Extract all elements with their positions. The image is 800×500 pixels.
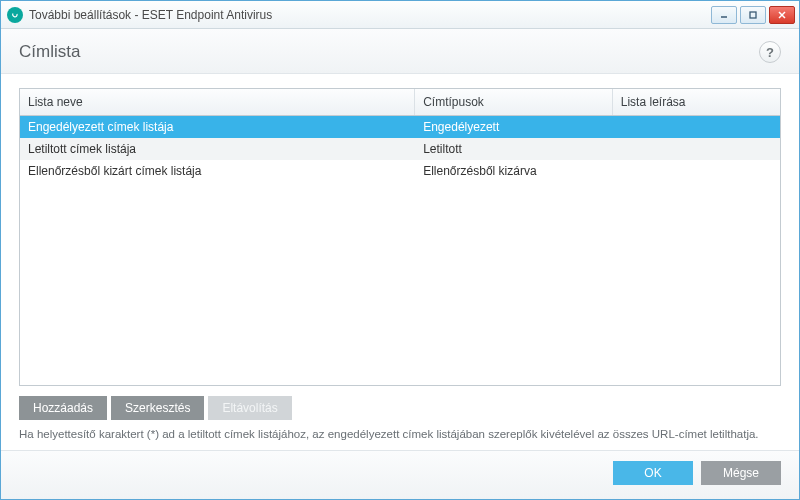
app-logo-icon bbox=[7, 7, 23, 23]
address-list-table: Lista neve Címtípusok Lista leírása Enge… bbox=[19, 88, 781, 386]
hint-text: Ha helyettesítő karaktert (*) ad a letil… bbox=[19, 428, 781, 440]
add-button[interactable]: Hozzáadás bbox=[19, 396, 107, 420]
cell-name: Letiltott címek listája bbox=[20, 138, 415, 160]
page-title: Címlista bbox=[19, 42, 759, 62]
window-controls bbox=[711, 6, 795, 24]
svg-rect-2 bbox=[750, 12, 756, 18]
edit-button[interactable]: Szerkesztés bbox=[111, 396, 204, 420]
table-row[interactable]: Letiltott címek listája Letiltott bbox=[20, 138, 780, 160]
cell-desc bbox=[613, 116, 780, 138]
svg-point-0 bbox=[11, 10, 20, 19]
minimize-button[interactable] bbox=[711, 6, 737, 24]
remove-button: Eltávolítás bbox=[208, 396, 291, 420]
table-body: Engedélyezett címek listája Engedélyezet… bbox=[20, 116, 780, 385]
dialog-body: Lista neve Címtípusok Lista leírása Enge… bbox=[1, 74, 799, 450]
column-header-type[interactable]: Címtípusok bbox=[415, 89, 613, 115]
ok-button[interactable]: OK bbox=[613, 461, 693, 485]
table-actions: Hozzáadás Szerkesztés Eltávolítás bbox=[19, 396, 781, 420]
close-button[interactable] bbox=[769, 6, 795, 24]
help-button[interactable]: ? bbox=[759, 41, 781, 63]
cell-name: Ellenőrzésből kizárt címek listája bbox=[20, 160, 415, 182]
table-row[interactable]: Ellenőrzésből kizárt címek listája Ellen… bbox=[20, 160, 780, 182]
window-title: További beállítások - ESET Endpoint Anti… bbox=[29, 8, 711, 22]
maximize-button[interactable] bbox=[740, 6, 766, 24]
column-header-desc[interactable]: Lista leírása bbox=[613, 89, 780, 115]
cell-name: Engedélyezett címek listája bbox=[20, 116, 415, 138]
cell-type: Ellenőrzésből kizárva bbox=[415, 160, 613, 182]
titlebar: További beállítások - ESET Endpoint Anti… bbox=[1, 1, 799, 29]
dialog-footer: OK Mégse bbox=[1, 450, 799, 499]
app-window: További beállítások - ESET Endpoint Anti… bbox=[0, 0, 800, 500]
table-header: Lista neve Címtípusok Lista leírása bbox=[20, 89, 780, 116]
cell-type: Engedélyezett bbox=[415, 116, 613, 138]
help-icon: ? bbox=[766, 45, 774, 60]
column-header-name[interactable]: Lista neve bbox=[20, 89, 415, 115]
cell-type: Letiltott bbox=[415, 138, 613, 160]
cancel-button[interactable]: Mégse bbox=[701, 461, 781, 485]
cell-desc bbox=[613, 160, 780, 182]
cell-desc bbox=[613, 138, 780, 160]
dialog-header: Címlista ? bbox=[1, 29, 799, 74]
table-row[interactable]: Engedélyezett címek listája Engedélyezet… bbox=[20, 116, 780, 138]
